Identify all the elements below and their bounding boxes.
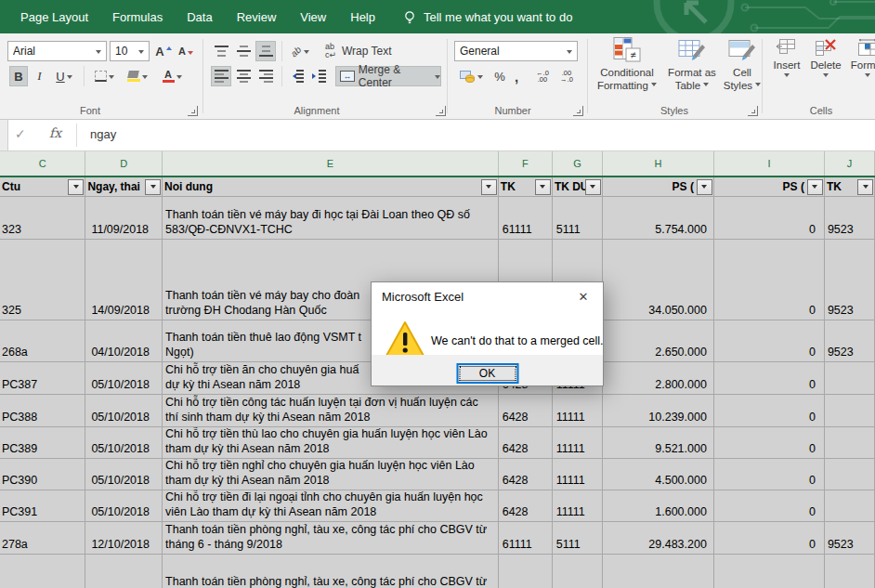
decrease-decimal-button[interactable]: .00 →.0 (555, 66, 578, 86)
cell-E-row1[interactable]: Thanh toán tiền vé máy bay đi học tại Đà… (163, 197, 499, 239)
cell-J-row7[interactable] (825, 459, 875, 490)
filter-dropdown-button[interactable] (481, 179, 497, 195)
formula-bar-value[interactable]: ngay (90, 127, 116, 141)
tab-help[interactable]: Help (350, 10, 375, 24)
cell-G-row1[interactable]: 5111 (553, 197, 603, 239)
cell-H-row5[interactable]: 10.239.000 (603, 395, 714, 426)
cell-D-row8[interactable]: 05/10/2018 (85, 490, 163, 521)
cell-D-row10[interactable] (85, 555, 163, 588)
cell-D-row4[interactable]: 05/10/2018 (85, 362, 163, 394)
cell-I-row6[interactable]: 0 (714, 427, 825, 458)
cell-I-row4[interactable]: 0 (714, 362, 825, 394)
column-header-F[interactable]: F (499, 151, 553, 176)
cell-C-row10[interactable] (0, 555, 85, 588)
cell-I-row10[interactable] (714, 555, 825, 588)
conditional-formatting-button[interactable]: ≠ Conditional Formatting (593, 37, 661, 92)
fill-color-button[interactable] (124, 66, 151, 86)
filter-dropdown-button[interactable] (807, 179, 823, 195)
cell-D-row6[interactable]: 05/10/2018 (85, 427, 163, 458)
cell-J-row2[interactable]: 9523 (825, 240, 875, 320)
cell-J-row1[interactable]: 9523 (825, 197, 875, 239)
cell-H-row4[interactable]: 2.800.000 (603, 362, 714, 394)
filter-dropdown-button[interactable] (68, 179, 84, 195)
filter-dropdown-button[interactable] (857, 179, 873, 195)
cell-I-row8[interactable]: 0 (714, 490, 825, 521)
cell-J-row10[interactable] (825, 555, 875, 588)
column-header-D[interactable]: D (85, 151, 163, 176)
cell-G-row7[interactable]: 11111 (553, 459, 603, 490)
font-color-button[interactable]: A (158, 66, 186, 86)
orientation-button[interactable]: ab (286, 41, 314, 61)
cell-C-row7[interactable]: PC390 (0, 459, 85, 490)
cell-E-row6[interactable]: Chi hỗ trợ tiền thù lao cho chuyên gia h… (163, 427, 499, 458)
decrease-font-size-button[interactable]: A (176, 41, 196, 61)
enter-check-icon[interactable]: ✓ (15, 126, 26, 141)
cell-H-row9[interactable]: 29.483.200 (603, 522, 714, 554)
column-header-C[interactable]: C (0, 151, 85, 176)
close-icon[interactable]: ✕ (564, 283, 603, 310)
cell-H-row2[interactable]: 34.050.000 (603, 240, 714, 320)
cell-J-row3[interactable]: 9523 (825, 320, 875, 361)
align-left-button[interactable] (211, 66, 231, 86)
align-right-button[interactable] (255, 66, 276, 86)
cell-I-row7[interactable]: 0 (714, 459, 825, 490)
cell-J-row5[interactable] (825, 395, 875, 426)
comma-style-button[interactable]: , (510, 66, 523, 86)
cell-I-row1[interactable]: 0 (714, 197, 825, 239)
column-header-H[interactable]: H (603, 151, 714, 176)
cell-J-row4[interactable] (825, 362, 875, 394)
cell-C-row5[interactable]: PC388 (0, 395, 85, 426)
cell-E-row5[interactable]: Chi hỗ trợ tiền công tác huấn luyện tại … (163, 395, 499, 426)
decrease-indent-button[interactable] (286, 66, 307, 86)
cell-H-row7[interactable]: 4.500.000 (603, 459, 714, 490)
tab-review[interactable]: Review (237, 10, 277, 24)
accounting-format-button[interactable] (455, 66, 487, 86)
bold-button[interactable]: B (9, 66, 28, 86)
top-align-button[interactable] (211, 41, 231, 61)
dialog-title-bar[interactable]: Microsoft Excel ✕ (372, 282, 603, 310)
cell-F-row1[interactable]: 61111 (499, 197, 553, 239)
ok-button[interactable]: OK (456, 363, 518, 384)
cell-G-row8[interactable]: 11111 (553, 490, 603, 521)
cell-J-row9[interactable]: 9523 (825, 522, 875, 554)
filter-dropdown-button[interactable] (697, 179, 712, 195)
align-center-button[interactable] (233, 66, 254, 86)
number-format-combobox[interactable]: General (454, 41, 578, 61)
cell-C-row9[interactable]: 278a (0, 522, 85, 554)
column-header-I[interactable]: I (714, 151, 825, 176)
delete-cells-button[interactable]: Delete (806, 39, 845, 80)
column-header-J[interactable]: J (825, 151, 875, 176)
filter-dropdown-button[interactable] (535, 179, 551, 195)
cell-F-row8[interactable]: 6428 (499, 490, 553, 521)
cell-G-row6[interactable]: 11111 (553, 427, 603, 458)
font-dialog-launcher[interactable] (188, 106, 198, 116)
cell-styles-button[interactable]: Cell Styles (721, 37, 764, 92)
filter-dropdown-button[interactable] (585, 179, 601, 195)
cell-C-row4[interactable]: PC387 (0, 362, 85, 394)
column-header-E[interactable]: E (163, 151, 499, 176)
cell-I-row2[interactable]: 0 (714, 240, 825, 320)
increase-decimal-button[interactable]: ←.0 .00 (531, 66, 554, 86)
cell-G-row9[interactable]: 5111 (553, 522, 603, 554)
tab-page-layout[interactable]: Page Layout (20, 10, 88, 24)
insert-function-icon[interactable]: fx (49, 125, 61, 140)
cell-G-row10[interactable] (553, 555, 603, 588)
merge-and-center-button[interactable]: ↔ Merge & Center (335, 66, 441, 86)
cell-C-row1[interactable]: 323 (0, 197, 85, 239)
middle-align-button[interactable] (233, 41, 254, 61)
cell-E-row7[interactable]: Chi hỗ trợ tiền nghỉ cho chuyên gia huấn… (163, 459, 499, 490)
cell-E-row8[interactable]: Chi hỗ trợ tiền đi lại ngoại tỉnh cho ch… (163, 490, 499, 521)
font-name-combobox[interactable]: Arial (7, 41, 107, 61)
cell-G-row5[interactable]: 11111 (553, 395, 603, 426)
tell-me-box[interactable]: Tell me what you want to do (403, 10, 572, 24)
bottom-align-button[interactable] (255, 41, 276, 61)
cell-D-row9[interactable]: 12/10/2018 (85, 522, 163, 554)
italic-button[interactable]: I (32, 66, 47, 86)
number-dialog-launcher[interactable] (573, 106, 583, 116)
cell-D-row1[interactable]: 11/09/2018 (85, 197, 163, 239)
cell-H-row8[interactable]: 1.600.000 (603, 490, 714, 521)
insert-cells-button[interactable]: Insert (769, 39, 804, 80)
styles-dialog-launcher[interactable] (748, 106, 758, 116)
increase-font-size-button[interactable]: A (153, 41, 174, 61)
cell-F-row7[interactable]: 6428 (499, 459, 553, 490)
